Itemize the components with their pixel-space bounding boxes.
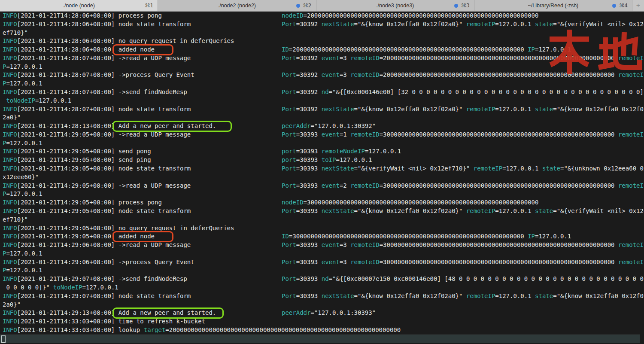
log-key: INFO — [3, 309, 17, 316]
log-text: [2021-01-21T14:29:06+08:00] ->read a UDP… — [17, 241, 191, 248]
log-key: nextState — [322, 106, 354, 113]
log-text: [2021-01-21T14:28:06+08:00] no query req… — [17, 37, 234, 44]
log-text: =30393 — [296, 131, 322, 138]
log-key: INFO — [3, 88, 17, 95]
terminal-row: INFO[2021-01-21T14:29:05+08:00] no query… — [0, 224, 644, 233]
log-key: remoteIP — [466, 292, 495, 299]
log-key: nodeID — [282, 12, 304, 19]
log-text: [2021-01-21T14:29:05+08:00] send ping — [17, 156, 151, 163]
log-key: Port — [282, 207, 296, 214]
tab-title: ./node2 (node2) — [158, 0, 316, 11]
log-text: =30392 — [296, 71, 322, 78]
log-key: nextState — [322, 21, 354, 27]
log-key: state — [535, 292, 553, 299]
terminal-row: INFO[2021-01-21T14:29:05+08:00] ->read a… — [0, 182, 644, 190]
log-key: INFO — [3, 207, 17, 214]
tab-shortcut: ⌘2 — [303, 3, 312, 9]
log-key: toNodeIP — [53, 284, 82, 291]
tab-shortcut: ⌘3 — [461, 3, 470, 9]
log-key: Port — [282, 71, 296, 78]
log-key: INFO — [3, 275, 17, 282]
tab-node3[interactable]: ./node3 (node3)⌘3 — [316, 0, 474, 11]
log-key: remoteIP — [618, 131, 644, 138]
log-key: INFO — [3, 182, 17, 189]
log-key: INFO — [3, 292, 17, 299]
tab-bar: ./node (node)⌘1./node2 (node2)⌘2./node3 … — [0, 0, 644, 12]
log-key: INFO — [3, 318, 17, 325]
log-key: toIP — [322, 156, 336, 163]
log-key: IP — [528, 46, 535, 53]
log-text: =200000000000000000000000000000000000000… — [289, 46, 528, 53]
log-text: =200000000000000000000000000000000000000… — [304, 12, 539, 19]
log-text: =127.0.0.1 — [6, 250, 42, 257]
log-text: =300000000000000000000000000000000000000… — [304, 199, 539, 206]
log-key: INFO — [3, 122, 17, 129]
terminal-row: INFO[2021-01-21T14:29:07+08:00] ->send f… — [0, 275, 644, 283]
log-key: INFO — [3, 259, 17, 265]
new-tab-button[interactable]: + — [632, 0, 644, 11]
log-text: =127.0.0.1 — [535, 233, 571, 240]
log-key: INFO — [3, 233, 17, 240]
log-text: ="&{know 0x12effa0 0x12f02a0}" — [553, 106, 644, 113]
terminal-row: INFO[2021-01-21T14:28:06+08:00] process … — [0, 12, 644, 20]
log-key: INFO — [3, 12, 17, 19]
terminal-row: P=127.0.0.1 — [0, 79, 644, 88]
tab-title: ~/Library/Reed (-zsh) — [474, 0, 632, 11]
log-text: =127.0.0.1 — [495, 106, 535, 113]
log-text: =127.0.0.1 — [6, 267, 42, 274]
log-text: =300000000000000000000000000000000000000… — [380, 259, 618, 265]
log-text: [2021-01-21T14:29:06+08:00] ->process Qu… — [17, 259, 194, 265]
log-text: =300000000000000000000000000000000000000… — [380, 131, 618, 138]
log-text: =30393 — [296, 241, 322, 248]
log-key: nodeID — [282, 199, 304, 206]
log-key: INFO — [3, 241, 17, 248]
terminal-row: INFO[2021-01-21T14:28:06+08:00] node sta… — [0, 20, 644, 29]
log-text: [2021-01-21T14:29:05+08:00] node state t… — [17, 165, 191, 172]
log-key: event — [322, 131, 340, 138]
command-line-bar[interactable] — [0, 335, 640, 343]
log-text: =300000000000000000000000000000000000000… — [380, 182, 618, 189]
log-text: =127.0.0.1 — [535, 46, 571, 53]
log-text: =3 — [340, 71, 350, 78]
log-key: nextState — [322, 207, 354, 214]
log-text: =127.0.0.1 — [502, 165, 542, 172]
log-key: state — [535, 207, 553, 214]
log-text: =127.0.0.1 — [6, 140, 42, 146]
log-key: remoteIP — [618, 259, 644, 265]
terminal-row: P=127.0.0.1 — [0, 190, 644, 198]
terminal-pane[interactable]: INFO[2021-01-21T14:28:06+08:00] process … — [0, 12, 644, 344]
tab-node2[interactable]: ./node2 (node2)⌘2 — [158, 0, 316, 11]
log-key: peerAddr — [282, 309, 310, 316]
log-text: =30393 — [296, 207, 322, 214]
log-text: [2021-01-21T14:29:05+08:00] node state t… — [17, 207, 191, 214]
log-text: =30393 — [296, 259, 322, 265]
log-text: 2a0}" — [3, 301, 21, 308]
log-key: remoteIP — [466, 21, 495, 27]
log-key: event — [322, 259, 340, 265]
log-text: [2021-01-21T14:29:05+08:00] process pong — [17, 199, 162, 206]
log-text: =3 — [340, 259, 350, 265]
log-text: =127.0.0.1 — [6, 63, 42, 70]
log-text: =300000000000000000000000000000000000000… — [289, 233, 528, 240]
terminal-row: P=127.0.0.1 — [0, 139, 644, 148]
log-text: =30393 — [296, 156, 322, 163]
log-key: state — [535, 106, 553, 113]
log-key: nd — [322, 88, 329, 95]
terminal-row: INFO[2021-01-21T14:28:07+08:00] node sta… — [0, 105, 644, 114]
log-text: =127.0.0.1 — [336, 156, 372, 163]
log-text: ="&{know 0x12effa0 0x12f02a0}" — [553, 292, 644, 299]
terminal-row: INFO[2021-01-21T14:28:06+08:00] no query… — [0, 37, 644, 46]
log-key: nextState — [322, 165, 354, 172]
log-key: Port — [282, 55, 296, 61]
log-key: event — [322, 71, 340, 78]
tab-node[interactable]: ./node (node)⌘1 — [0, 0, 158, 11]
activity-indicator-dot — [296, 4, 300, 8]
log-key: INFO — [3, 156, 17, 163]
log-text: [2021-01-21T14:29:05+08:00] no query req… — [17, 225, 234, 231]
log-key: state — [535, 21, 553, 27]
tab-zsh[interactable]: ~/Library/Reed (-zsh)⌘4 — [474, 0, 632, 11]
log-text: =30393 — [296, 165, 322, 172]
log-text: [2021-01-21T14:29:07+08:00] node state t… — [17, 292, 191, 299]
log-key: INFO — [3, 148, 17, 155]
log-key: remoteID — [350, 131, 379, 138]
